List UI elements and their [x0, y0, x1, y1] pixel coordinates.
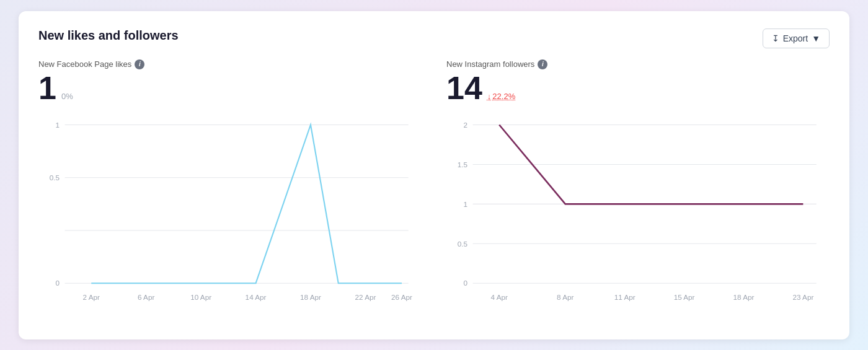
facebook-metric-change: 0% [61, 92, 73, 101]
svg-text:2: 2 [464, 120, 468, 128]
svg-text:18 Apr: 18 Apr [733, 292, 755, 300]
svg-text:6 Apr: 6 Apr [138, 292, 154, 300]
instagram-metric-value: 14 [446, 72, 482, 104]
svg-text:15 Apr: 15 Apr [674, 292, 695, 300]
facebook-metric-row: 1 0% [38, 72, 422, 104]
instagram-chart-area: 2 1.5 1 0.5 0 4 Apr 8 Apr 11 Apr 15 Apr … [446, 112, 830, 310]
instagram-chart-svg: 2 1.5 1 0.5 0 4 Apr 8 Apr 11 Apr 15 Apr … [446, 112, 830, 310]
svg-text:14 Apr: 14 Apr [246, 292, 267, 300]
svg-text:1: 1 [464, 199, 468, 208]
card-header: New likes and followers ↧ Export ▼ [38, 28, 830, 48]
svg-text:1.5: 1.5 [458, 160, 468, 168]
facebook-chart-area: 1 0.5 0 2 Apr 6 Apr 10 Apr 14 Apr 18 Apr… [38, 112, 422, 310]
svg-text:10 Apr: 10 Apr [190, 292, 211, 300]
facebook-chart-label: New Facebook Page likes i [38, 59, 422, 69]
instagram-chart-label: New Instagram followers i [446, 59, 830, 69]
instagram-metric-change: ↓ 22.2% [487, 92, 515, 101]
svg-text:11 Apr: 11 Apr [614, 292, 636, 300]
chevron-down-icon: ▼ [812, 33, 820, 43]
facebook-chart-svg: 1 0.5 0 2 Apr 6 Apr 10 Apr 14 Apr 18 Apr… [38, 112, 422, 310]
svg-text:0: 0 [56, 279, 60, 287]
svg-text:0.5: 0.5 [458, 239, 468, 247]
svg-text:4 Apr: 4 Apr [491, 292, 508, 300]
charts-row: New Facebook Page likes i 1 0% 1 0.5 0 [38, 59, 830, 310]
svg-text:2 Apr: 2 Apr [83, 292, 100, 300]
down-arrow-icon: ↓ [487, 92, 492, 101]
export-label: Export [783, 33, 808, 43]
facebook-line [91, 125, 402, 283]
facebook-info-icon[interactable]: i [135, 59, 144, 69]
svg-text:22 Apr: 22 Apr [355, 292, 376, 300]
download-icon: ↧ [772, 33, 779, 43]
svg-text:0: 0 [464, 279, 468, 287]
svg-text:23 Apr: 23 Apr [792, 292, 813, 300]
instagram-metric-row: 14 ↓ 22.2% [446, 72, 830, 104]
facebook-chart-section: New Facebook Page likes i 1 0% 1 0.5 0 [38, 59, 422, 310]
svg-text:1: 1 [56, 120, 60, 128]
page-title: New likes and followers [38, 28, 179, 43]
export-button[interactable]: ↧ Export ▼ [763, 28, 830, 48]
svg-text:26 Apr: 26 Apr [391, 292, 412, 300]
svg-text:8 Apr: 8 Apr [557, 292, 574, 300]
svg-text:0.5: 0.5 [50, 173, 60, 181]
main-card: New likes and followers ↧ Export ▼ New F… [19, 11, 849, 339]
instagram-info-icon[interactable]: i [538, 59, 547, 69]
svg-text:18 Apr: 18 Apr [300, 292, 321, 300]
facebook-metric-value: 1 [38, 72, 56, 104]
instagram-chart-section: New Instagram followers i 14 ↓ 22.2% [446, 59, 830, 310]
